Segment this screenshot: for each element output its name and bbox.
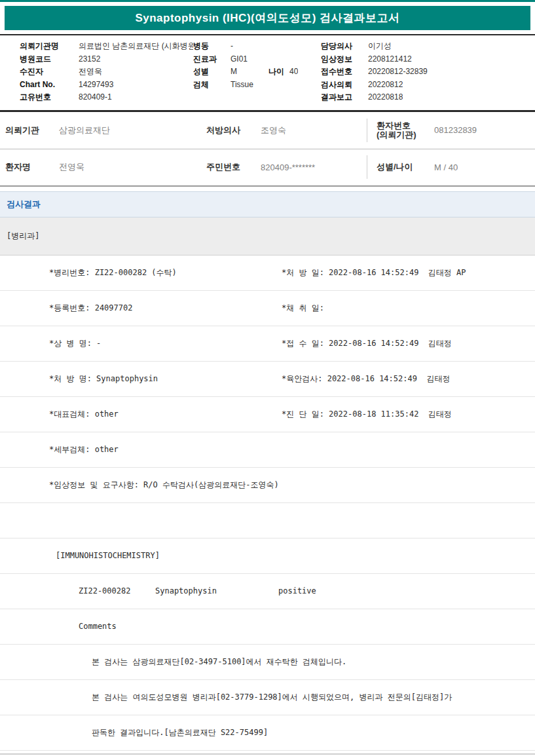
detail-left-text: *임상정보 및 요구사항: R/O 수탁검사(삼광의료재단-조영숙) [0, 480, 282, 491]
header-info-section: 의뢰기관명 의료법인 남촌의료재단 (시화병원 병동 - 병원코드 23152 … [0, 34, 535, 112]
info-label: 나이 [268, 66, 289, 79]
department-row: [병리과] [0, 217, 535, 255]
info-label: 병동 [193, 40, 231, 53]
info-value: 820409-1 [79, 91, 193, 104]
comment-row: 본 검사는 여의도성모병원 병리과[02-3779-1298]에서 시행되었으며… [0, 680, 535, 715]
field-value: 820409-******* [261, 162, 367, 172]
ihc-header-row: [IMMUNOHISTOCHEMISTRY] [0, 539, 535, 574]
header-info-left: 의뢰기관명 의료법인 남촌의료재단 (시화병원 병동 - 병원코드 23152 … [0, 40, 308, 104]
info-row: 병원코드 23152 진료과 GI01 [20, 53, 308, 66]
info-label: 결과보고 [321, 91, 368, 104]
detail-row: *임상정보 및 요구사항: R/O 수탁검사(삼광의료재단-조영숙) [0, 468, 535, 503]
info-value: 20220818 [368, 91, 403, 104]
info-value: 20220812 [368, 79, 403, 92]
field-value: 조영숙 [261, 124, 367, 136]
info-value: GI01 [231, 53, 248, 66]
results-section-title: 검사결과 [7, 198, 41, 210]
report-title: Synaptophysin (IHC)(여의도성모) 검사결과보고서 [135, 10, 399, 26]
field-value: 전영욱 [59, 161, 206, 173]
field-label-line: (의뢰기관) [377, 130, 434, 140]
comment-line: 본 검사는 여의도성모병원 병리과[02-3779-1298]에서 시행되었으며… [92, 692, 452, 703]
detail-left-text: *상 병 명: - [0, 338, 282, 349]
bottom-divider [0, 753, 535, 755]
detail-right-text: *처 방 일: 2022-08-16 14:52:49 김태정 AP [282, 267, 535, 278]
info-label: 검사의뢰 [321, 79, 368, 92]
result-line-row: ZI22-000282 Synaptophysin positive [0, 574, 535, 609]
info-label: 임상정보 [321, 53, 368, 66]
comments-header-row: Comments [0, 609, 535, 645]
patient-row: 환자명 전영욱 주민번호 820409-******* 성별/나이 M / 40 [0, 149, 535, 187]
info-label: 검체 [193, 79, 231, 92]
detail-row: *대표검체: other *진 단 일: 2022-08-18 11:35:42… [0, 397, 535, 432]
empty-row [0, 503, 535, 539]
comment-row: 본 검사는 삼광의료재단[02-3497-5100]에서 재수탁한 검체입니다. [0, 645, 535, 680]
info-label: 고유번호 [20, 91, 79, 104]
patient-row: 의뢰기관 삼광의료재단 처방의사 조영숙 환자번호 (의뢰기관) 0812328… [0, 112, 535, 149]
info-value: 40 [289, 66, 298, 79]
detail-right-text: *접 수 일: 2022-08-16 14:52:49 김태정 [282, 338, 535, 349]
ihc-header-text: [IMMUNOHISTOCHEMISTRY] [0, 551, 160, 560]
info-label: 병원코드 [20, 53, 79, 66]
result-value: positive [278, 586, 316, 595]
info-row: Chart No. 14297493 검체 Tissue [20, 79, 308, 92]
detail-left-text: *대표검체: other [0, 409, 282, 420]
result-test-name: Synaptophysin [155, 586, 278, 595]
report-page: Synaptophysin (IHC)(여의도성모) 검사결과보고서 의뢰기관명… [0, 0, 535, 756]
info-value: 20220812-32839 [368, 66, 428, 79]
detail-row: *처 방 명: Synaptophysin *육안검사: 2022-08-16 … [0, 362, 535, 397]
info-value: 의료법인 남촌의료재단 (시화병원 [79, 40, 193, 53]
report-banner: Synaptophysin (IHC)(여의도성모) 검사결과보고서 [5, 6, 530, 30]
sex-age-cell: 성별/나이 M / 40 [367, 155, 535, 179]
info-row: 검사의뢰 20220812 [321, 79, 535, 92]
header-info-right: 담당의사 이기성 임상정보 2208121412 접수번호 20220812-3… [308, 40, 535, 104]
detail-left-text: *등록번호: 24097702 [0, 303, 282, 314]
info-value: 14297493 [79, 79, 193, 92]
info-row: 담당의사 이기성 [321, 40, 535, 53]
info-row: 접수번호 20220812-32839 [321, 66, 535, 79]
result-code: ZI22-000282 [79, 586, 155, 595]
info-value: Tissue [231, 79, 253, 92]
field-label-line: 성별/나이 [377, 162, 434, 172]
info-value: - [231, 40, 233, 53]
info-label: 성별 [193, 66, 231, 79]
detail-right-text: *채 취 일: [282, 303, 535, 314]
comments-label: Comments [79, 622, 117, 631]
info-value: 23152 [79, 53, 193, 66]
field-value: M / 40 [434, 162, 458, 172]
comment-line: 본 검사는 삼광의료재단[02-3497-5100]에서 재수탁한 검체입니다. [92, 656, 346, 668]
info-row: 결과보고 20220818 [321, 91, 535, 104]
detail-right-text: *육안검사: 2022-08-16 14:52:49 김태정 [282, 373, 535, 385]
info-row: 의뢰기관명 의료법인 남촌의료재단 (시화병원 병동 - [20, 40, 308, 53]
info-row: 임상정보 2208121412 [321, 53, 535, 66]
patient-number-cell: 환자번호 (의뢰기관) 081232839 [367, 119, 535, 142]
results-section-header: 검사결과 [0, 191, 535, 217]
patient-table: 의뢰기관 삼광의료재단 처방의사 조영숙 환자번호 (의뢰기관) 0812328… [0, 112, 535, 187]
info-value: M [231, 66, 268, 79]
field-label: 환자번호 (의뢰기관) [377, 121, 434, 140]
detail-row: *세부검체: other [0, 432, 535, 468]
field-value: 081232839 [434, 125, 477, 135]
info-label: 진료과 [193, 53, 231, 66]
info-label: 접수번호 [321, 66, 368, 79]
detail-left-text: *세부검체: other [0, 444, 282, 455]
info-value: 2208121412 [368, 53, 412, 66]
field-label-line: 환자번호 [377, 121, 434, 130]
detail-left-text: *처 방 명: Synaptophysin [0, 373, 282, 385]
department-label: [병리과] [7, 231, 39, 242]
field-label: 성별/나이 [377, 162, 434, 172]
detail-row: *등록번호: 24097702 *채 취 일: [0, 291, 535, 326]
info-label: 수진자 [20, 66, 79, 79]
detail-right-text: *진 단 일: 2022-08-18 11:35:42 김태정 [282, 409, 535, 420]
field-label: 처방의사 [206, 124, 261, 136]
detail-left-text: *병리번호: ZI22-000282 (수탁) [0, 267, 282, 278]
field-label: 주민번호 [206, 161, 261, 173]
info-label: 담당의사 [321, 40, 368, 53]
info-label: 의뢰기관명 [20, 40, 79, 53]
field-label: 환자명 [5, 161, 59, 173]
comment-line: 판독한 결과입니다.[남촌의료재단 S22-75499] [92, 727, 268, 738]
comment-row: 판독한 결과입니다.[남촌의료재단 S22-75499] [0, 715, 535, 751]
info-label: Chart No. [20, 79, 79, 92]
detail-row: *병리번호: ZI22-000282 (수탁) *처 방 일: 2022-08-… [0, 255, 535, 291]
detail-row: *상 병 명: - *접 수 일: 2022-08-16 14:52:49 김태… [0, 326, 535, 362]
info-row: 수진자 전영욱 성별 M 나이 40 [20, 66, 308, 79]
